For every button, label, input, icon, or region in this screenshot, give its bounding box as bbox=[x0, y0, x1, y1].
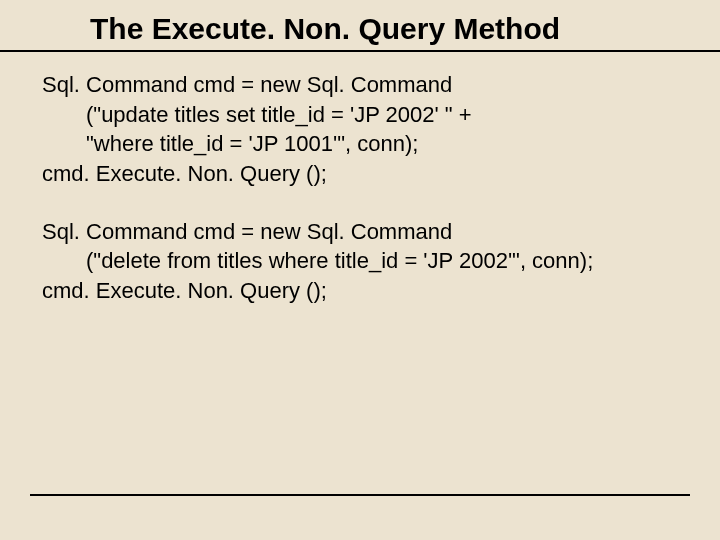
bottom-divider bbox=[30, 494, 690, 496]
code-block-1: Sql. Command cmd = new Sql. Command ("up… bbox=[42, 70, 678, 189]
code-line: Sql. Command cmd = new Sql. Command bbox=[42, 70, 678, 100]
slide-title: The Execute. Non. Query Method bbox=[90, 12, 690, 46]
code-line: cmd. Execute. Non. Query (); bbox=[42, 276, 678, 306]
code-line: ("update titles set title_id = 'JP 2002'… bbox=[42, 100, 678, 130]
code-block-2: Sql. Command cmd = new Sql. Command ("de… bbox=[42, 217, 678, 306]
code-line: Sql. Command cmd = new Sql. Command bbox=[42, 217, 678, 247]
code-line: cmd. Execute. Non. Query (); bbox=[42, 159, 678, 189]
slide: The Execute. Non. Query Method Sql. Comm… bbox=[0, 0, 720, 540]
title-area: The Execute. Non. Query Method bbox=[0, 0, 720, 52]
code-line: "where title_id = 'JP 1001'", conn); bbox=[42, 129, 678, 159]
code-line: ("delete from titles where title_id = 'J… bbox=[42, 246, 678, 276]
slide-body: Sql. Command cmd = new Sql. Command ("up… bbox=[0, 52, 720, 306]
